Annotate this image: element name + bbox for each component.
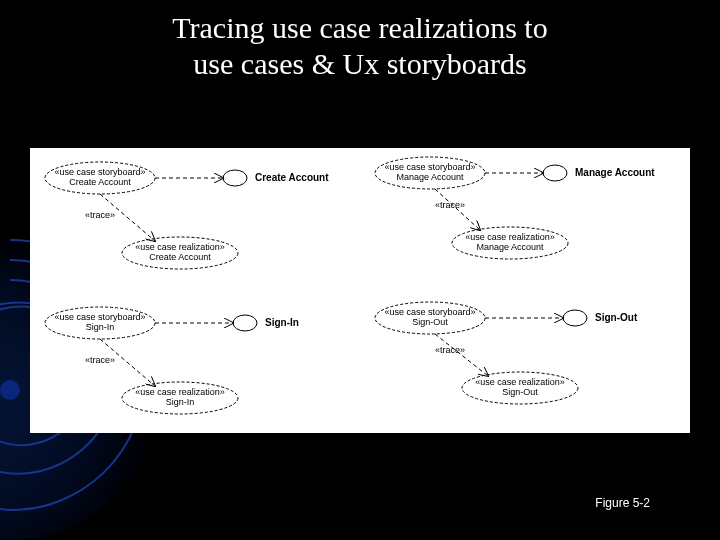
realization-label: Create Account	[149, 252, 211, 262]
usecase-connector-ellipse	[543, 165, 567, 181]
title-line-2: use cases & Ux storyboards	[193, 47, 526, 80]
storyboard-label: Sign-Out	[412, 317, 448, 327]
realization-stereotype: «use case realization»	[475, 377, 565, 387]
storyboard-label: Manage Account	[396, 172, 464, 182]
storyboard-stereotype: «use case storyboard»	[384, 307, 475, 317]
storyboard-label: Sign-In	[86, 322, 115, 332]
usecase-label: Manage Account	[575, 167, 655, 178]
group-create-account: «use case storyboard» Create Account Cre…	[45, 162, 329, 269]
group-sign-out: «use case storyboard» Sign-Out Sign-Out …	[375, 302, 638, 404]
usecase-label: Sign-Out	[595, 312, 638, 323]
trace-label: «trace»	[85, 210, 115, 220]
usecase-connector-ellipse	[233, 315, 257, 331]
svg-point-1	[0, 380, 20, 400]
realization-stereotype: «use case realization»	[465, 232, 555, 242]
realization-stereotype: «use case realization»	[135, 387, 225, 397]
realization-label: Sign-In	[166, 397, 195, 407]
trace-label: «trace»	[85, 355, 115, 365]
group-manage-account: «use case storyboard» Manage Account Man…	[375, 157, 655, 259]
realization-label: Sign-Out	[502, 387, 538, 397]
realization-stereotype: «use case realization»	[135, 242, 225, 252]
storyboard-stereotype: «use case storyboard»	[54, 167, 145, 177]
storyboard-stereotype: «use case storyboard»	[54, 312, 145, 322]
trace-label: «trace»	[435, 345, 465, 355]
usecase-connector-ellipse	[223, 170, 247, 186]
group-sign-in: «use case storyboard» Sign-In Sign-In «t…	[45, 307, 299, 414]
figure-caption: Figure 5-2	[595, 496, 650, 510]
usecase-label: Create Account	[255, 172, 329, 183]
page-title: Tracing use case realizations to use cas…	[0, 0, 720, 82]
usecase-connector-ellipse	[563, 310, 587, 326]
storyboard-stereotype: «use case storyboard»	[384, 162, 475, 172]
storyboard-label: Create Account	[69, 177, 131, 187]
realization-line	[435, 334, 488, 376]
usecase-label: Sign-In	[265, 317, 299, 328]
title-line-1: Tracing use case realizations to	[172, 11, 547, 44]
trace-label: «trace»	[435, 200, 465, 210]
uml-diagram: «use case storyboard» Create Account Cre…	[30, 148, 690, 433]
realization-label: Manage Account	[476, 242, 544, 252]
